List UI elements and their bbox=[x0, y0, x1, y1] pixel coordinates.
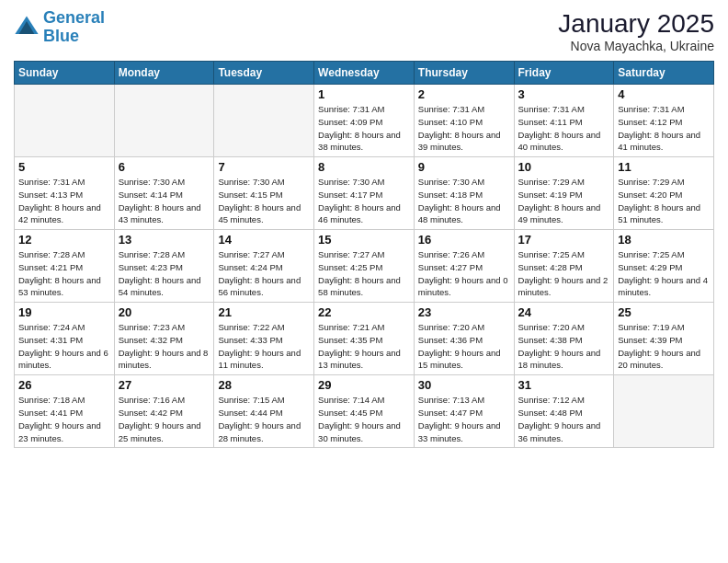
day-number: 8 bbox=[318, 160, 410, 174]
day-number: 15 bbox=[318, 233, 410, 247]
day-number: 6 bbox=[119, 160, 210, 174]
day-info: Sunrise: 7:12 AMSunset: 4:48 PMDaylight:… bbox=[518, 394, 610, 444]
day-info: Sunrise: 7:31 AMSunset: 4:13 PMDaylight:… bbox=[18, 176, 110, 226]
logo-line2: Blue bbox=[43, 27, 79, 45]
page-container: General Blue January 2025 Nova Mayachka,… bbox=[0, 0, 728, 563]
calendar-cell-w1-d1 bbox=[15, 85, 115, 157]
day-info: Sunrise: 7:24 AMSunset: 4:31 PMDaylight:… bbox=[18, 321, 110, 372]
header-monday: Monday bbox=[114, 62, 214, 85]
calendar-cell-w4-d6: 24Sunrise: 7:20 AMSunset: 4:38 PMDayligh… bbox=[514, 303, 614, 375]
calendar-cell-w5-d7 bbox=[614, 375, 714, 448]
day-number: 13 bbox=[119, 233, 210, 247]
calendar-cell-w5-d4: 29Sunrise: 7:14 AMSunset: 4:45 PMDayligh… bbox=[314, 375, 415, 448]
calendar-cell-w2-d1: 5Sunrise: 7:31 AMSunset: 4:13 PMDaylight… bbox=[15, 157, 115, 230]
day-info: Sunrise: 7:31 AMSunset: 4:11 PMDaylight:… bbox=[518, 103, 610, 154]
calendar-cell-w5-d5: 30Sunrise: 7:13 AMSunset: 4:47 PMDayligh… bbox=[414, 375, 514, 448]
calendar-cell-w3-d2: 13Sunrise: 7:28 AMSunset: 4:23 PMDayligh… bbox=[114, 230, 214, 303]
day-number: 21 bbox=[218, 305, 310, 319]
day-info: Sunrise: 7:27 AMSunset: 4:25 PMDaylight:… bbox=[318, 248, 410, 299]
day-number: 4 bbox=[618, 87, 710, 101]
day-number: 27 bbox=[119, 378, 210, 392]
day-info: Sunrise: 7:25 AMSunset: 4:28 PMDaylight:… bbox=[518, 248, 610, 299]
calendar-cell-w3-d3: 14Sunrise: 7:27 AMSunset: 4:24 PMDayligh… bbox=[214, 230, 314, 303]
day-number: 17 bbox=[518, 233, 610, 247]
day-info: Sunrise: 7:30 AMSunset: 4:15 PMDaylight:… bbox=[218, 176, 310, 226]
calendar-cell-w3-d4: 15Sunrise: 7:27 AMSunset: 4:25 PMDayligh… bbox=[314, 230, 415, 303]
calendar-cell-w1-d2 bbox=[114, 85, 214, 157]
calendar-cell-w3-d6: 17Sunrise: 7:25 AMSunset: 4:28 PMDayligh… bbox=[514, 230, 614, 303]
day-number: 25 bbox=[618, 305, 710, 319]
day-info: Sunrise: 7:18 AMSunset: 4:41 PMDaylight:… bbox=[18, 394, 110, 444]
day-info: Sunrise: 7:13 AMSunset: 4:47 PMDaylight:… bbox=[418, 394, 510, 444]
day-number: 31 bbox=[518, 378, 610, 392]
day-number: 5 bbox=[18, 160, 110, 174]
calendar-cell-w1-d7: 4Sunrise: 7:31 AMSunset: 4:12 PMDaylight… bbox=[614, 85, 714, 157]
day-number: 10 bbox=[518, 160, 610, 174]
day-number: 9 bbox=[418, 160, 510, 174]
calendar-cell-w2-d4: 8Sunrise: 7:30 AMSunset: 4:17 PMDaylight… bbox=[314, 157, 415, 230]
day-info: Sunrise: 7:31 AMSunset: 4:10 PMDaylight:… bbox=[418, 103, 510, 154]
day-number: 3 bbox=[518, 87, 610, 101]
header-friday: Friday bbox=[514, 62, 614, 85]
calendar-cell-w5-d3: 28Sunrise: 7:15 AMSunset: 4:44 PMDayligh… bbox=[214, 375, 314, 448]
day-number: 29 bbox=[318, 378, 410, 392]
calendar-cell-w5-d1: 26Sunrise: 7:18 AMSunset: 4:41 PMDayligh… bbox=[15, 375, 115, 448]
calendar-cell-w5-d6: 31Sunrise: 7:12 AMSunset: 4:48 PMDayligh… bbox=[514, 375, 614, 448]
day-info: Sunrise: 7:26 AMSunset: 4:27 PMDaylight:… bbox=[418, 248, 510, 299]
day-info: Sunrise: 7:25 AMSunset: 4:29 PMDaylight:… bbox=[618, 248, 710, 299]
calendar-cell-w1-d6: 3Sunrise: 7:31 AMSunset: 4:11 PMDaylight… bbox=[514, 85, 614, 157]
day-number: 23 bbox=[418, 305, 510, 319]
day-info: Sunrise: 7:20 AMSunset: 4:38 PMDaylight:… bbox=[518, 321, 610, 372]
day-info: Sunrise: 7:23 AMSunset: 4:32 PMDaylight:… bbox=[119, 321, 210, 372]
weekday-header-row: Sunday Monday Tuesday Wednesday Thursday… bbox=[15, 62, 714, 85]
calendar-cell-w1-d5: 2Sunrise: 7:31 AMSunset: 4:10 PMDaylight… bbox=[414, 85, 514, 157]
header-tuesday: Tuesday bbox=[214, 62, 314, 85]
day-info: Sunrise: 7:30 AMSunset: 4:18 PMDaylight:… bbox=[418, 176, 510, 226]
calendar-cell-w4-d3: 21Sunrise: 7:22 AMSunset: 4:33 PMDayligh… bbox=[214, 303, 314, 375]
day-info: Sunrise: 7:15 AMSunset: 4:44 PMDaylight:… bbox=[218, 394, 310, 444]
calendar-cell-w3-d5: 16Sunrise: 7:26 AMSunset: 4:27 PMDayligh… bbox=[414, 230, 514, 303]
day-number: 14 bbox=[218, 233, 310, 247]
day-info: Sunrise: 7:30 AMSunset: 4:17 PMDaylight:… bbox=[318, 176, 410, 226]
day-info: Sunrise: 7:31 AMSunset: 4:12 PMDaylight:… bbox=[618, 103, 710, 154]
day-number: 2 bbox=[418, 87, 510, 101]
calendar-cell-w2-d7: 11Sunrise: 7:29 AMSunset: 4:20 PMDayligh… bbox=[614, 157, 714, 230]
day-info: Sunrise: 7:16 AMSunset: 4:42 PMDaylight:… bbox=[119, 394, 210, 444]
day-info: Sunrise: 7:29 AMSunset: 4:19 PMDaylight:… bbox=[518, 176, 610, 226]
calendar-cell-w2-d3: 7Sunrise: 7:30 AMSunset: 4:15 PMDaylight… bbox=[214, 157, 314, 230]
week-row-2: 5Sunrise: 7:31 AMSunset: 4:13 PMDaylight… bbox=[15, 157, 714, 230]
day-info: Sunrise: 7:22 AMSunset: 4:33 PMDaylight:… bbox=[218, 321, 310, 372]
day-info: Sunrise: 7:30 AMSunset: 4:14 PMDaylight:… bbox=[119, 176, 210, 226]
calendar-cell-w2-d2: 6Sunrise: 7:30 AMSunset: 4:14 PMDaylight… bbox=[114, 157, 214, 230]
day-info: Sunrise: 7:27 AMSunset: 4:24 PMDaylight:… bbox=[218, 248, 310, 299]
day-number: 16 bbox=[418, 233, 510, 247]
location-subtitle: Nova Mayachka, Ukraine bbox=[558, 39, 714, 53]
day-number: 18 bbox=[618, 233, 710, 247]
calendar-cell-w5-d2: 27Sunrise: 7:16 AMSunset: 4:42 PMDayligh… bbox=[114, 375, 214, 448]
day-info: Sunrise: 7:28 AMSunset: 4:23 PMDaylight:… bbox=[119, 248, 210, 299]
day-number: 26 bbox=[18, 378, 110, 392]
day-number: 1 bbox=[318, 87, 410, 101]
logo-icon bbox=[14, 15, 40, 40]
calendar-cell-w1-d4: 1Sunrise: 7:31 AMSunset: 4:09 PMDaylight… bbox=[314, 85, 415, 157]
day-info: Sunrise: 7:29 AMSunset: 4:20 PMDaylight:… bbox=[618, 176, 710, 226]
calendar-cell-w1-d3 bbox=[214, 85, 314, 157]
calendar-cell-w2-d6: 10Sunrise: 7:29 AMSunset: 4:19 PMDayligh… bbox=[514, 157, 614, 230]
month-title: January 2025 bbox=[558, 9, 714, 39]
day-number: 28 bbox=[218, 378, 310, 392]
calendar-cell-w4-d2: 20Sunrise: 7:23 AMSunset: 4:32 PMDayligh… bbox=[114, 303, 214, 375]
day-info: Sunrise: 7:31 AMSunset: 4:09 PMDaylight:… bbox=[318, 103, 410, 154]
day-info: Sunrise: 7:19 AMSunset: 4:39 PMDaylight:… bbox=[618, 321, 710, 372]
logo-line1: General bbox=[43, 8, 105, 27]
day-info: Sunrise: 7:21 AMSunset: 4:35 PMDaylight:… bbox=[318, 321, 410, 372]
calendar-cell-w4-d1: 19Sunrise: 7:24 AMSunset: 4:31 PMDayligh… bbox=[15, 303, 115, 375]
day-number: 24 bbox=[518, 305, 610, 319]
calendar-cell-w3-d1: 12Sunrise: 7:28 AMSunset: 4:21 PMDayligh… bbox=[15, 230, 115, 303]
week-row-1: 1Sunrise: 7:31 AMSunset: 4:09 PMDaylight… bbox=[15, 85, 714, 157]
header-thursday: Thursday bbox=[414, 62, 514, 85]
day-number: 11 bbox=[618, 160, 710, 174]
day-number: 30 bbox=[418, 378, 510, 392]
day-info: Sunrise: 7:28 AMSunset: 4:21 PMDaylight:… bbox=[18, 248, 110, 299]
calendar-cell-w4-d7: 25Sunrise: 7:19 AMSunset: 4:39 PMDayligh… bbox=[614, 303, 714, 375]
header-saturday: Saturday bbox=[614, 62, 714, 85]
